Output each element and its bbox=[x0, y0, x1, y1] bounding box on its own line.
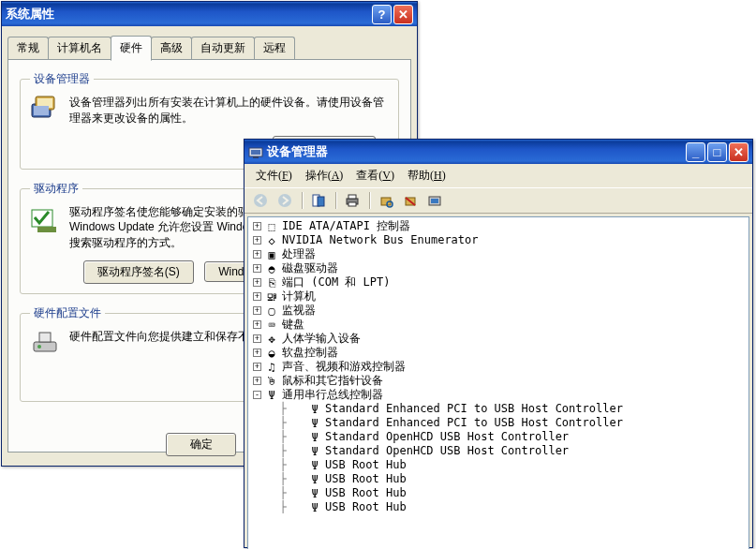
tree-item-label: 人体学输入设备 bbox=[282, 332, 361, 346]
cpu-icon: ▣ bbox=[264, 248, 279, 261]
tree-device[interactable]: ├ ΨStandard Enhanced PCI to USB Host Con… bbox=[248, 402, 749, 416]
expand-icon[interactable]: + bbox=[253, 363, 261, 371]
tree-device[interactable]: ├ ΨStandard Enhanced PCI to USB Host Con… bbox=[248, 416, 749, 430]
scan-hardware-button[interactable] bbox=[376, 190, 396, 211]
maximize-button[interactable]: □ bbox=[707, 142, 727, 162]
collapse-icon[interactable]: - bbox=[253, 391, 261, 399]
toolbar bbox=[245, 187, 752, 214]
device-tree[interactable]: +⬚IDE ATA/ATAPI 控制器+◇NVIDIA Network Bus … bbox=[247, 216, 749, 549]
tree-device[interactable]: ├ ΨStandard OpenHCD USB Host Controller bbox=[248, 430, 749, 444]
tree-category[interactable]: +◇NVIDIA Network Bus Enumerator bbox=[248, 233, 749, 247]
expand-icon[interactable]: + bbox=[253, 377, 261, 385]
expand-icon[interactable]: + bbox=[253, 264, 261, 273]
menu-help[interactable]: 帮助(H) bbox=[402, 166, 452, 185]
tree-item-label: 监视器 bbox=[282, 304, 316, 318]
kbd-icon: ⌨ bbox=[264, 319, 279, 332]
titlebar[interactable]: 系统属性 ? ✕ bbox=[2, 2, 417, 26]
close-button[interactable]: ✕ bbox=[393, 5, 413, 24]
menu-file[interactable]: 文件(F) bbox=[250, 166, 298, 185]
expand-icon[interactable]: + bbox=[253, 292, 261, 301]
tree-category[interactable]: -Ψ通用串行总线控制器 bbox=[248, 388, 749, 402]
close-button[interactable]: ✕ bbox=[729, 142, 749, 162]
driver-signing-button[interactable]: 驱动程序签名(S) bbox=[83, 260, 194, 284]
ok-button[interactable]: 确定 bbox=[166, 433, 236, 456]
tree-connector bbox=[296, 433, 304, 441]
svg-rect-18 bbox=[348, 202, 356, 206]
tree-connector bbox=[296, 447, 304, 455]
menu-action[interactable]: 操作(A) bbox=[300, 166, 349, 185]
tree-category[interactable]: +🖳计算机 bbox=[248, 289, 749, 304]
tab-5[interactable]: 远程 bbox=[254, 37, 295, 59]
usb-icon: Ψ bbox=[307, 501, 322, 514]
tree-category[interactable]: +▢监视器 bbox=[248, 304, 749, 318]
menu-view[interactable]: 查看(V) bbox=[350, 166, 400, 185]
expand-icon[interactable]: + bbox=[253, 236, 261, 245]
forward-button[interactable] bbox=[274, 190, 295, 211]
usb-icon: Ψ bbox=[307, 473, 322, 486]
window-title: 系统属性 bbox=[6, 6, 372, 22]
tree-connector bbox=[296, 405, 304, 413]
menu-bar: 文件(F) 操作(A) 查看(V) 帮助(H) bbox=[245, 164, 752, 187]
tab-0[interactable]: 常规 bbox=[7, 37, 49, 59]
tree-device[interactable]: ├ ΨUSB Root Hub bbox=[248, 500, 749, 514]
tab-strip: 常规计算机名硬件高级自动更新远程 bbox=[7, 36, 411, 60]
tree-connector bbox=[296, 489, 304, 497]
window-title: 设备管理器 bbox=[267, 143, 686, 160]
svg-rect-3 bbox=[34, 106, 49, 115]
hardware-profiles-icon bbox=[30, 329, 60, 359]
group-text: 设备管理器列出所有安装在计算机上的硬件设备。请使用设备管理器来更改设备的属性。 bbox=[69, 95, 389, 126]
tree-category[interactable]: +⌨键盘 bbox=[248, 318, 749, 332]
print-button[interactable] bbox=[342, 190, 363, 211]
expand-icon[interactable]: + bbox=[253, 320, 261, 329]
tree-device[interactable]: ├ ΨUSB Root Hub bbox=[248, 472, 749, 486]
titlebar[interactable]: 设备管理器 _ □ ✕ bbox=[245, 140, 752, 164]
tree-category[interactable]: +⬚IDE ATA/ATAPI 控制器 bbox=[248, 219, 749, 233]
tab-2[interactable]: 硬件 bbox=[111, 36, 152, 61]
expand-icon[interactable]: + bbox=[253, 334, 261, 343]
tree-item-label: USB Root Hub bbox=[325, 486, 407, 500]
group-legend: 设备管理器 bbox=[30, 71, 94, 87]
expand-icon[interactable]: + bbox=[253, 349, 261, 357]
help-button[interactable]: ? bbox=[372, 5, 392, 24]
tree-connector bbox=[296, 503, 304, 512]
tree-item-label: Standard OpenHCD USB Host Controller bbox=[325, 430, 569, 444]
tab-1[interactable]: 计算机名 bbox=[48, 37, 111, 59]
tree-item-label: 端口 (COM 和 LPT) bbox=[282, 275, 390, 289]
svg-rect-15 bbox=[318, 197, 324, 206]
pc-icon: 🖳 bbox=[264, 290, 279, 304]
properties-button[interactable] bbox=[308, 190, 329, 211]
net-icon: ◇ bbox=[264, 234, 279, 247]
tree-item-label: Standard Enhanced PCI to USB Host Contro… bbox=[325, 416, 623, 430]
update-driver-button[interactable] bbox=[424, 190, 445, 211]
tree-category[interactable]: +✥人体学输入设备 bbox=[248, 332, 749, 346]
tree-category[interactable]: +⎘端口 (COM 和 LPT) bbox=[248, 275, 749, 289]
tree-category[interactable]: +▣处理器 bbox=[248, 247, 749, 261]
tree-item-label: 计算机 bbox=[282, 289, 316, 304]
tree-item-label: 声音、视频和游戏控制器 bbox=[282, 360, 406, 374]
tree-item-label: USB Root Hub bbox=[325, 458, 407, 472]
device-manager-icon bbox=[30, 95, 60, 125]
expand-icon[interactable]: + bbox=[253, 278, 261, 287]
uninstall-button[interactable] bbox=[400, 190, 421, 211]
tree-device[interactable]: ├ ΨStandard OpenHCD USB Host Controller bbox=[248, 444, 749, 458]
tab-4[interactable]: 自动更新 bbox=[191, 37, 255, 59]
expand-icon[interactable]: + bbox=[253, 250, 261, 259]
tree-item-label: USB Root Hub bbox=[325, 472, 407, 486]
tree-category[interactable]: +◒软盘控制器 bbox=[248, 346, 749, 360]
tree-category[interactable]: +🖰鼠标和其它指针设备 bbox=[248, 374, 749, 388]
back-button[interactable] bbox=[250, 190, 271, 211]
expand-icon[interactable]: + bbox=[253, 306, 261, 315]
tree-device[interactable]: ├ ΨUSB Root Hub bbox=[248, 458, 749, 472]
svg-rect-17 bbox=[348, 195, 356, 199]
tree-category[interactable]: +◓磁盘驱动器 bbox=[248, 261, 749, 275]
svg-rect-5 bbox=[37, 227, 56, 232]
tree-device[interactable]: ├ ΨUSB Root Hub bbox=[248, 486, 749, 500]
tree-item-label: 键盘 bbox=[282, 318, 304, 332]
usb-icon: Ψ bbox=[307, 417, 322, 430]
expand-icon[interactable]: + bbox=[253, 222, 261, 230]
tab-3[interactable]: 高级 bbox=[151, 37, 192, 59]
tree-category[interactable]: +♫声音、视频和游戏控制器 bbox=[248, 360, 749, 374]
tree-item-label: Standard Enhanced PCI to USB Host Contro… bbox=[325, 402, 623, 416]
usb-icon: Ψ bbox=[307, 431, 322, 444]
minimize-button[interactable]: _ bbox=[686, 142, 705, 162]
